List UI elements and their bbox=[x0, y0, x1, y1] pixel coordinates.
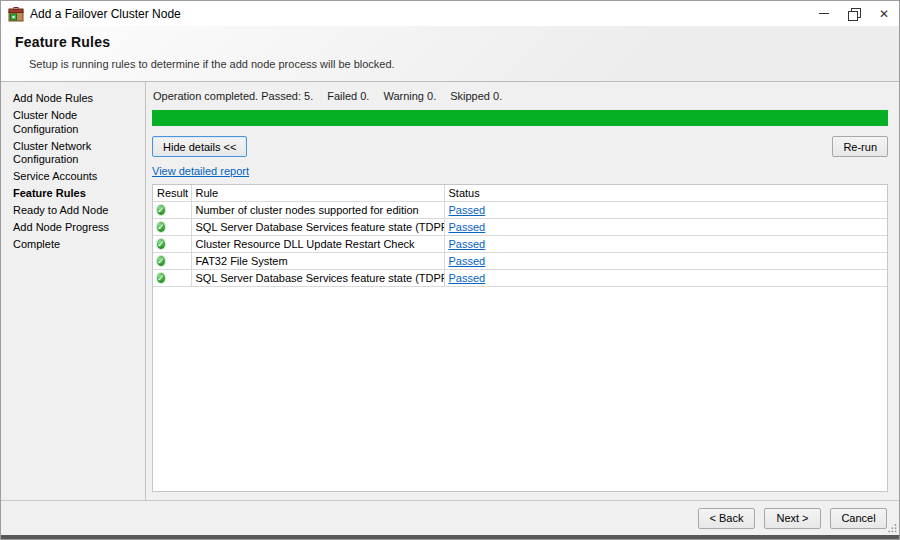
table-row: ✓ SQL Server Database Services feature s… bbox=[153, 269, 887, 286]
column-header-status[interactable]: Status bbox=[444, 185, 887, 201]
passed-check-icon: ✓ bbox=[157, 256, 165, 266]
rule-status-link[interactable]: Passed bbox=[449, 272, 486, 284]
page-header: Feature Rules Setup is running rules to … bbox=[1, 26, 899, 82]
table-header-row: Result Rule Status bbox=[153, 185, 887, 201]
resize-grip[interactable] bbox=[887, 523, 897, 533]
rerun-button[interactable]: Re-run bbox=[832, 136, 888, 157]
footer-button-bar: < Back Next > Cancel bbox=[1, 500, 899, 535]
wizard-window: Add a Failover Cluster Node ✕ Feature Ru… bbox=[0, 0, 900, 540]
sidebar-item-service-accounts[interactable]: Service Accounts bbox=[1, 169, 145, 185]
rule-name: FAT32 File System bbox=[191, 252, 444, 269]
sidebar-item-cluster-node-configuration[interactable]: Cluster Node Configuration bbox=[1, 108, 145, 137]
operation-status-text: Operation completed. Passed: 5.Failed 0.… bbox=[152, 88, 888, 108]
view-detailed-report-link[interactable]: View detailed report bbox=[152, 165, 249, 177]
next-button[interactable]: Next > bbox=[764, 508, 821, 529]
passed-check-icon: ✓ bbox=[157, 205, 165, 215]
sidebar-item-ready-to-add-node[interactable]: Ready to Add Node bbox=[1, 203, 145, 219]
sidebar-item-add-node-progress[interactable]: Add Node Progress bbox=[1, 220, 145, 236]
sidebar-item-complete[interactable]: Complete bbox=[1, 237, 145, 253]
window-controls: ✕ bbox=[809, 1, 899, 26]
rule-status-link[interactable]: Passed bbox=[449, 221, 486, 233]
sidebar-item-cluster-network-configuration[interactable]: Cluster Network Configuration bbox=[1, 139, 145, 168]
sidebar-item-add-node-rules[interactable]: Add Node Rules bbox=[1, 91, 145, 107]
dialog-body: Add Node Rules Cluster Node Configuratio… bbox=[1, 82, 899, 500]
hide-details-button[interactable]: Hide details << bbox=[152, 136, 247, 157]
table-row: ✓ SQL Server Database Services feature s… bbox=[153, 218, 887, 235]
rules-details-panel: Result Rule Status ✓ Number of cluster n… bbox=[152, 184, 888, 492]
passed-check-icon: ✓ bbox=[157, 239, 165, 249]
cancel-button[interactable]: Cancel bbox=[830, 508, 887, 529]
title-bar: Add a Failover Cluster Node ✕ bbox=[1, 1, 899, 26]
status-operation-completed: Operation completed. Passed: 5. bbox=[153, 90, 313, 102]
main-content: Operation completed. Passed: 5.Failed 0.… bbox=[146, 82, 899, 500]
window-title: Add a Failover Cluster Node bbox=[30, 7, 181, 21]
page-title: Feature Rules bbox=[15, 34, 899, 50]
column-header-rule[interactable]: Rule bbox=[191, 185, 444, 201]
column-header-result[interactable]: Result bbox=[153, 185, 191, 201]
table-row: ✓ Cluster Resource DLL Update Restart Ch… bbox=[153, 235, 887, 252]
wizard-steps-sidebar: Add Node Rules Cluster Node Configuratio… bbox=[1, 82, 146, 500]
table-row: ✓ Number of cluster nodes supported for … bbox=[153, 201, 887, 218]
close-button[interactable]: ✕ bbox=[869, 1, 899, 26]
rule-name: SQL Server Database Services feature sta… bbox=[191, 269, 444, 286]
minimize-button[interactable] bbox=[809, 1, 839, 26]
progress-bar bbox=[152, 110, 888, 126]
restore-button[interactable] bbox=[839, 1, 869, 26]
details-toolbar: Hide details << Re-run bbox=[152, 136, 888, 157]
progress-fill bbox=[152, 110, 888, 126]
status-warning-count: Warning 0. bbox=[383, 90, 436, 102]
table-row: ✓ FAT32 File System Passed bbox=[153, 252, 887, 269]
sidebar-item-feature-rules[interactable]: Feature Rules bbox=[1, 186, 145, 202]
page-subtitle: Setup is running rules to determine if t… bbox=[29, 58, 899, 70]
rules-table: Result Rule Status ✓ Number of cluster n… bbox=[153, 185, 887, 287]
passed-check-icon: ✓ bbox=[157, 273, 165, 283]
minimize-icon bbox=[819, 13, 829, 14]
restore-icon bbox=[848, 8, 860, 20]
rule-status-link[interactable]: Passed bbox=[449, 204, 486, 216]
passed-check-icon: ✓ bbox=[157, 222, 165, 232]
rule-name: SQL Server Database Services feature sta… bbox=[191, 218, 444, 235]
app-icon bbox=[8, 6, 24, 22]
back-button[interactable]: < Back bbox=[698, 508, 755, 529]
window-bottom-edge bbox=[1, 535, 899, 539]
status-failed-count: Failed 0. bbox=[327, 90, 369, 102]
close-icon: ✕ bbox=[879, 8, 889, 20]
rule-name: Number of cluster nodes supported for ed… bbox=[191, 201, 444, 218]
rule-status-link[interactable]: Passed bbox=[449, 238, 486, 250]
rule-name: Cluster Resource DLL Update Restart Chec… bbox=[191, 235, 444, 252]
rule-status-link[interactable]: Passed bbox=[449, 255, 486, 267]
status-skipped-count: Skipped 0. bbox=[450, 90, 502, 102]
